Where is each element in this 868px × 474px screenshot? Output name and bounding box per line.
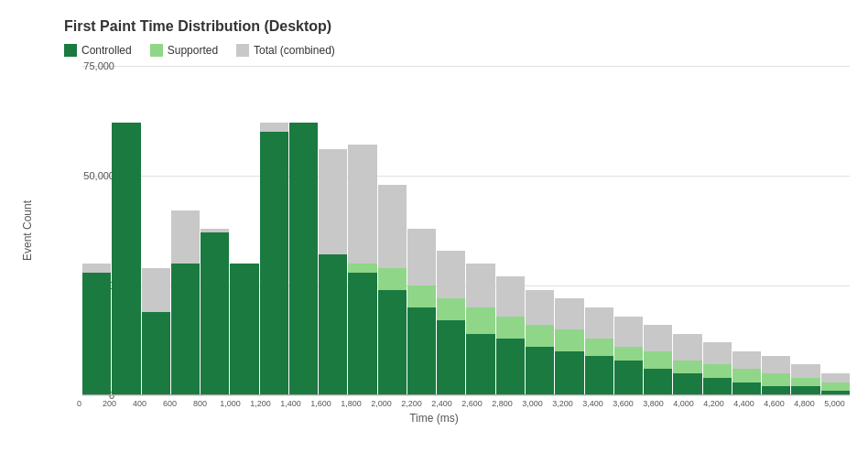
bar-controlled	[319, 254, 347, 395]
legend-color-controlled	[64, 44, 77, 57]
bar-group	[230, 66, 258, 395]
bar-group	[526, 66, 554, 395]
plot-area: 75,00050,00025,0000	[46, 66, 850, 395]
bar-group	[762, 66, 790, 395]
x-tick-label: 3,000	[517, 399, 548, 408]
bar-controlled	[644, 369, 672, 395]
x-tick-label: 4,400	[729, 399, 759, 408]
x-tick-label: 4,000	[668, 399, 699, 408]
x-tick-label: 4,200	[699, 399, 729, 408]
bar-controlled	[614, 361, 643, 395]
x-tick-label: 3,200	[548, 399, 578, 408]
bar-controlled	[260, 132, 288, 395]
x-tick-label: 2,800	[487, 399, 517, 408]
legend-controlled: Controlled	[64, 44, 132, 57]
chart-container: First Paint Time Distribution (Desktop) …	[0, 0, 868, 474]
legend: Controlled Supported Total (combined)	[64, 44, 850, 57]
bar-group	[555, 66, 583, 395]
bar-group	[614, 66, 643, 395]
bar-controlled	[703, 378, 732, 395]
bar-group	[289, 66, 318, 395]
bar-controlled	[112, 123, 140, 395]
x-axis-label: Time (ms)	[18, 412, 850, 425]
x-tick-label: 1,200	[245, 399, 276, 408]
legend-label-controlled: Controlled	[81, 44, 132, 57]
bar-group	[466, 66, 494, 395]
chart-title: First Paint Time Distribution (Desktop)	[64, 18, 850, 35]
legend-total: Total (combined)	[236, 44, 335, 57]
bar-group	[585, 66, 613, 395]
y-axis-label: Event Count	[18, 66, 37, 395]
bar-group	[732, 66, 761, 395]
x-tick-label: 3,400	[578, 399, 608, 408]
bar-group	[319, 66, 347, 395]
x-tick-label: 1,800	[336, 399, 366, 408]
bar-controlled	[526, 347, 554, 395]
x-tick-label: 1,000	[215, 399, 245, 408]
bar-group	[703, 66, 732, 395]
chart-inner: 75,00050,00025,0000	[37, 66, 850, 395]
bar-controlled	[673, 373, 701, 395]
x-tick-label: 4,600	[759, 399, 789, 408]
bar-controlled	[466, 334, 494, 395]
x-tick-label: 3,800	[638, 399, 668, 408]
legend-color-total	[236, 44, 249, 57]
bar-controlled	[437, 320, 465, 395]
x-tick-label: 2,400	[427, 399, 457, 408]
bar-controlled	[289, 123, 318, 395]
bar-group	[378, 66, 407, 395]
bar-group	[260, 66, 288, 395]
bar-controlled	[732, 382, 761, 395]
legend-label-total: Total (combined)	[254, 44, 335, 57]
bar-controlled	[348, 273, 376, 395]
x-axis: 02004006008001,0001,2001,4001,6001,8002,…	[64, 395, 850, 408]
grid-line	[82, 395, 850, 396]
bar-group	[644, 66, 672, 395]
bar-controlled	[378, 290, 407, 395]
x-tick-label: 4,800	[789, 399, 819, 408]
x-tick-label: 800	[185, 399, 215, 408]
x-tick-label: 1,600	[306, 399, 336, 408]
bar-controlled	[407, 307, 436, 395]
bar-group	[112, 66, 140, 395]
x-tick-label: 3,600	[608, 399, 638, 408]
x-tick-label: 2,200	[396, 399, 427, 408]
bar-controlled	[585, 356, 613, 395]
bars-container	[82, 66, 850, 395]
x-tick-label: 1,400	[276, 399, 306, 408]
x-tick-label: 400	[125, 399, 155, 408]
x-tick-label: 2,600	[457, 399, 487, 408]
bar-group	[821, 66, 850, 395]
bar-group	[673, 66, 701, 395]
bar-group	[171, 66, 200, 395]
bar-controlled	[496, 339, 525, 395]
bar-controlled	[555, 351, 583, 395]
legend-color-supported	[150, 44, 163, 57]
legend-supported: Supported	[150, 44, 218, 57]
bar-controlled	[201, 232, 229, 395]
bar-group	[142, 66, 170, 395]
bar-controlled	[171, 264, 200, 395]
bar-group	[791, 66, 819, 395]
bar-group	[496, 66, 525, 395]
bar-group	[407, 66, 436, 395]
bar-controlled	[142, 312, 170, 395]
x-tick-label: 5,000	[819, 399, 850, 408]
chart-area: Event Count 75,00050,00025,0000	[18, 66, 850, 395]
bar-controlled	[230, 264, 258, 395]
baseline	[82, 394, 850, 395]
bar-controlled	[82, 273, 111, 395]
x-tick-label: 2,000	[366, 399, 396, 408]
bar-group	[348, 66, 376, 395]
legend-label-supported: Supported	[168, 44, 218, 57]
bar-group	[201, 66, 229, 395]
x-tick-label: 600	[155, 399, 185, 408]
bar-group	[82, 66, 111, 395]
bar-group	[437, 66, 465, 395]
